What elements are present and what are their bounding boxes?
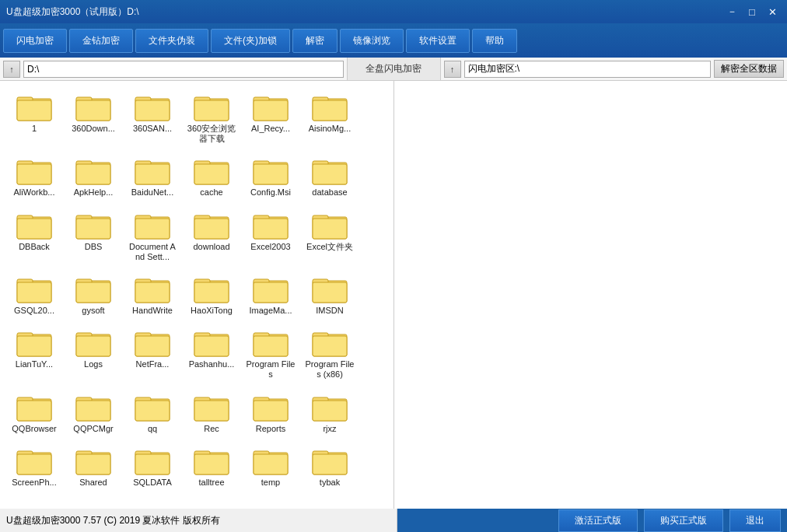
list-item[interactable]: temp bbox=[243, 441, 299, 492]
list-item[interactable]: QQBrowser bbox=[6, 387, 62, 438]
list-item[interactable]: HandWrite bbox=[124, 269, 180, 320]
list-item[interactable]: ScreenPh... bbox=[6, 441, 62, 492]
file-encrypt-button[interactable]: 文件(夹)加锁 bbox=[211, 29, 290, 53]
list-item[interactable]: rjxz bbox=[302, 387, 358, 438]
folder-icon bbox=[75, 327, 112, 358]
maximize-button[interactable]: □ bbox=[743, 5, 761, 19]
list-item[interactable]: BaiduNet... bbox=[124, 151, 180, 201]
svg-rect-71 bbox=[313, 282, 347, 303]
decrypt-all-button[interactable]: 解密全区数据 bbox=[714, 60, 784, 78]
svg-rect-5 bbox=[76, 100, 110, 121]
folder-icon bbox=[75, 209, 112, 240]
flash-encrypt-button[interactable]: 闪电加密 bbox=[3, 29, 67, 53]
folder-label: LianTuY... bbox=[16, 359, 53, 369]
svg-rect-23 bbox=[76, 164, 110, 184]
folder-label: Pashanhu... bbox=[189, 359, 235, 369]
svg-rect-29 bbox=[194, 164, 229, 184]
buy-button[interactable]: 购买正式版 bbox=[644, 509, 723, 532]
folder-icon bbox=[134, 209, 171, 240]
list-item[interactable]: AisinoMg... bbox=[302, 87, 358, 148]
folder-icon bbox=[16, 327, 53, 358]
list-item[interactable]: IMSDN bbox=[302, 269, 358, 320]
left-file-panel: 1 360Down... 360SAN... 360安全浏览器下载 AI_Rec… bbox=[0, 81, 394, 509]
list-item[interactable]: Excel文件夹 bbox=[302, 205, 358, 266]
list-item[interactable]: DBBack bbox=[6, 205, 62, 266]
left-address-input[interactable] bbox=[23, 61, 344, 78]
folder-icon bbox=[16, 209, 53, 240]
folder-label: temp bbox=[261, 478, 280, 488]
list-item[interactable]: Rec bbox=[184, 387, 240, 438]
right-address-input[interactable] bbox=[464, 61, 712, 78]
folder-label: ApkHelp... bbox=[74, 187, 114, 198]
folder-icon bbox=[193, 273, 230, 304]
list-item[interactable]: Config.Msi bbox=[243, 151, 299, 201]
svg-rect-38 bbox=[17, 219, 51, 239]
folder-icon bbox=[252, 327, 289, 358]
list-item[interactable]: Logs bbox=[65, 323, 121, 383]
folder-icon bbox=[16, 391, 53, 422]
list-item[interactable]: cache bbox=[184, 151, 240, 201]
right-up-button[interactable]: ↑ bbox=[444, 61, 461, 78]
list-item[interactable]: 360安全浏览器下载 bbox=[184, 87, 240, 148]
folder-label: Excel文件夹 bbox=[306, 242, 353, 252]
folder-icon bbox=[16, 91, 53, 122]
list-item[interactable]: gysoft bbox=[65, 269, 121, 320]
list-item[interactable]: 360Down... bbox=[65, 87, 121, 148]
list-item[interactable]: Pashanhu... bbox=[184, 323, 240, 383]
list-item[interactable]: 360SAN... bbox=[124, 87, 180, 148]
list-item[interactable]: database bbox=[302, 151, 358, 201]
folder-disguise-button[interactable]: 文件夹伪装 bbox=[135, 29, 208, 53]
activate-button[interactable]: 激活正式版 bbox=[558, 509, 638, 532]
flash-encrypt-label[interactable]: 全盘闪电加密 bbox=[366, 62, 421, 75]
minimize-button[interactable]: － bbox=[723, 5, 740, 19]
list-item[interactable]: HaoXiTong bbox=[184, 269, 240, 320]
list-item[interactable]: Program Files bbox=[243, 323, 299, 383]
gold-encrypt-button[interactable]: 金钻加密 bbox=[69, 29, 133, 53]
flash-encrypt-panel: 全盘闪电加密 bbox=[348, 58, 441, 80]
list-item[interactable]: Reports bbox=[243, 387, 299, 438]
exit-button[interactable]: 退出 bbox=[729, 509, 781, 532]
folder-label: DBS bbox=[85, 242, 103, 252]
folder-label: talltree bbox=[198, 478, 224, 488]
folder-label: BaiduNet... bbox=[131, 187, 173, 198]
list-item[interactable]: SQLDATA bbox=[124, 441, 180, 492]
list-item[interactable]: Shared bbox=[65, 441, 121, 492]
folder-label: tybak bbox=[320, 478, 340, 488]
folder-label: Config.Msi bbox=[250, 187, 291, 198]
folder-icon bbox=[311, 445, 348, 476]
list-item[interactable]: ApkHelp... bbox=[65, 151, 121, 201]
list-item[interactable]: AliWorkb... bbox=[6, 151, 62, 201]
list-item[interactable]: 1 bbox=[6, 87, 62, 148]
settings-button[interactable]: 软件设置 bbox=[406, 29, 470, 53]
folder-icon bbox=[193, 327, 230, 358]
folder-icon bbox=[252, 209, 289, 240]
bottom-area: U盘超级加密3000 7.57 (C) 2019 夏冰软件 版权所有 激活正式版… bbox=[0, 509, 787, 532]
list-item[interactable]: Excel2003 bbox=[243, 205, 299, 266]
list-item[interactable]: tybak bbox=[302, 441, 358, 492]
folder-label: QQPCMgr bbox=[73, 424, 113, 434]
list-item[interactable]: DBS bbox=[65, 205, 121, 266]
list-item[interactable]: QQPCMgr bbox=[65, 387, 121, 438]
list-item[interactable]: NetFra... bbox=[124, 323, 180, 383]
list-item[interactable]: Document And Sett... bbox=[124, 205, 180, 266]
list-item[interactable]: ImageMa... bbox=[243, 269, 299, 320]
list-item[interactable]: LianTuY... bbox=[6, 323, 62, 383]
folder-label: AisinoMg... bbox=[309, 124, 351, 134]
address-row: ↑ 全盘闪电加密 ↑ 解密全区数据 bbox=[0, 58, 787, 81]
decrypt-button[interactable]: 解密 bbox=[292, 29, 338, 53]
folder-icon bbox=[134, 273, 171, 304]
list-item[interactable]: talltree bbox=[184, 441, 240, 492]
close-button[interactable]: ✕ bbox=[764, 5, 781, 19]
list-item[interactable]: download bbox=[184, 205, 240, 266]
svg-rect-116 bbox=[135, 454, 170, 474]
list-item[interactable]: qq bbox=[124, 387, 180, 438]
image-browse-button[interactable]: 镜像浏览 bbox=[340, 29, 404, 53]
folder-label: NetFra... bbox=[136, 359, 170, 369]
list-item[interactable]: Program Files (x86) bbox=[302, 323, 358, 383]
help-button[interactable]: 帮助 bbox=[472, 29, 517, 53]
list-item[interactable]: GSQL20... bbox=[6, 269, 62, 320]
list-item[interactable]: AI_Recy... bbox=[243, 87, 299, 148]
left-up-button[interactable]: ↑ bbox=[3, 61, 20, 78]
folder-label: 1 bbox=[32, 124, 37, 134]
folder-icon bbox=[311, 91, 348, 122]
